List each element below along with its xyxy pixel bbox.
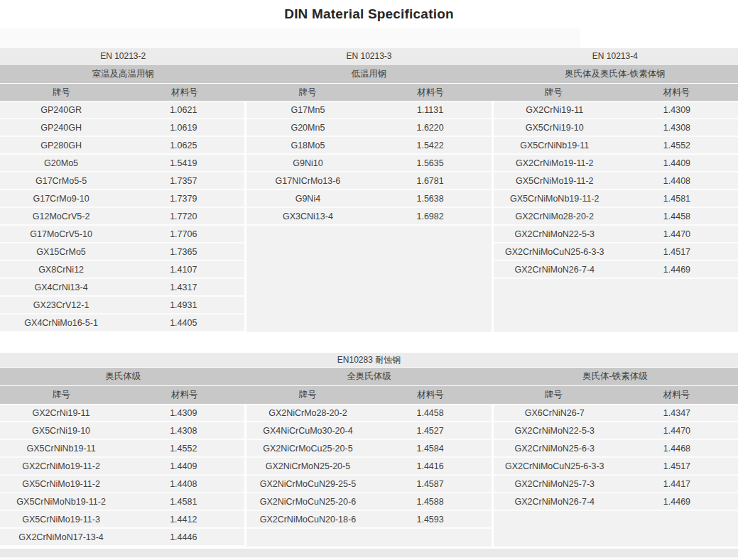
grade-cell: GX2CrNiMoN26-7-4	[494, 493, 616, 510]
grade-cell: G18Mo5	[246, 137, 369, 153]
grade-cell: GX6CrNiN26-7	[494, 405, 616, 421]
table-row: G12MoCrV5-21.7720	[0, 208, 244, 226]
grade-cell: GP280GH	[0, 137, 122, 153]
data-column-fully-austenitic: GX2NiCrMo28-20-21.4458GX4NiCrCuMo30-20-4…	[246, 405, 491, 547]
table-row: GX2CrNiMoN26-7-41.4469	[494, 261, 738, 279]
material-no-cell: 1.4408	[616, 172, 738, 189]
table-row: GP240GH1.0619	[0, 119, 244, 137]
standard-label-en10213-2: EN 10213-2	[0, 48, 246, 64]
tables-gap	[0, 332, 738, 353]
table-row: GX5CrNiNb19-111.4552	[494, 137, 738, 155]
material-no-column-header: 材料号	[369, 386, 492, 404]
grade-cell: G9Ni4	[246, 190, 369, 207]
material-no-column-header: 材料号	[369, 84, 492, 101]
table-row: GX2CrNiMoN25-6-31.4468	[494, 440, 738, 458]
grade-cell: GX5CrNi19-10	[494, 119, 616, 136]
table-row: G9Ni101.5635	[246, 155, 491, 172]
grade-cell: GX2CrNi19-11	[494, 101, 616, 118]
table-row: GX2NiCrMo28-20-21.4458	[246, 405, 491, 422]
grade-cell: GX2CrNiMoCuN25-6-3-3	[494, 243, 616, 260]
grade-cell: GX5CrNiNb19-11	[0, 440, 122, 456]
table-row: G20Mn51.6220	[246, 119, 491, 137]
material-no-column-header: 材料号	[615, 386, 738, 404]
category-label: 奥氏体级	[0, 368, 246, 385]
grade-column-header: 牌号	[0, 84, 123, 101]
material-no-cell: 1.5422	[369, 137, 492, 153]
grade-cell: GX4NiCrCuMo30-20-4	[246, 422, 369, 439]
table-row: GX2NiCrMoCu25-20-51.4584	[246, 440, 491, 458]
grade-column-header: 牌号	[246, 386, 369, 404]
material-no-cell: 1.0619	[122, 119, 244, 136]
grade-cell: GP240GH	[0, 119, 122, 136]
material-no-cell: 1.0621	[122, 101, 244, 118]
categories-band: 奥氏体级 全奥氏体级 奥氏体-铁素体级	[0, 368, 738, 385]
table-en10213: EN 10213-2 EN 10213-3 EN 10213-4 室温及高温用钢…	[0, 48, 738, 332]
table-row: G17CrMo9-101.7379	[0, 190, 244, 208]
grade-cell: G12MoCrV5-2	[0, 208, 122, 224]
grade-cell: GX2CrNiMoN22-5-3	[494, 422, 616, 439]
material-no-cell: 1.0625	[122, 137, 244, 153]
table-data-area: GX2CrNi19-111.4309GX5CrNi19-101.4308GX5C…	[0, 405, 738, 547]
material-no-cell: 1.4417	[616, 476, 738, 492]
table-row: GX5CrNiMo19-11-21.4408	[0, 476, 244, 493]
table-en10283: EN10283 耐蚀钢 奥氏体级 全奥氏体级 奥氏体-铁素体级 牌号 材料号 牌…	[0, 353, 738, 547]
material-no-cell: 1.4584	[369, 440, 492, 456]
table-row: G17NICrMo13-61.6781	[246, 172, 491, 190]
material-no-cell: 1.4552	[616, 137, 738, 153]
grade-cell: GX5CrNiMo19-11-2	[0, 476, 122, 492]
table-row: GX2CrNiMoN26-7-41.4469	[494, 493, 738, 511]
material-no-cell: 1.4309	[122, 405, 244, 421]
category-label: 全奥氏体级	[246, 368, 492, 385]
table-row: GX3CNi13-41.6982	[246, 208, 491, 226]
data-column-austenitic: GX2CrNi19-111.4309GX5CrNi19-101.4308GX5C…	[0, 405, 244, 547]
table-row: GX2CrNiMoN17-13-41.4446	[0, 529, 244, 547]
column-header-group: 牌号 材料号	[0, 386, 246, 404]
material-no-cell: 1.4458	[616, 208, 738, 224]
material-no-cell: 1.4317	[122, 279, 244, 295]
material-no-cell: 1.4527	[369, 422, 492, 439]
table-row: GX5CrNiNb19-111.4552	[0, 440, 244, 458]
material-no-cell: 1.4347	[616, 405, 738, 421]
material-no-column-header: 材料号	[123, 386, 246, 404]
grade-cell: GX5CrNi19-10	[0, 422, 122, 439]
material-no-cell: 1.4469	[616, 493, 738, 510]
material-no-cell: 1.4408	[122, 476, 244, 492]
table-row: G17MoCrV5-101.7706	[0, 226, 244, 243]
header-sub-strip	[0, 28, 738, 48]
grade-cell: GX2CrNiMoN25-7-3	[494, 476, 616, 492]
material-no-cell: 1.4446	[122, 529, 244, 545]
table-row: GX2CrNiMo19-11-21.4409	[494, 155, 738, 172]
grade-cell: GX15CrMo5	[0, 243, 122, 260]
column-header-group: 牌号 材料号	[246, 84, 492, 101]
grade-column-header: 牌号	[0, 386, 123, 404]
material-no-cell: 1.4587	[369, 476, 492, 492]
standard-label-en10213-4: EN 10213-4	[492, 48, 738, 64]
material-no-cell: 1.7720	[122, 208, 244, 224]
material-no-cell: 1.4588	[369, 493, 492, 510]
material-no-cell: 1.4308	[122, 422, 244, 439]
grade-cell: GX2CrNiMo19-11-2	[0, 458, 122, 474]
grade-column-header: 牌号	[492, 386, 615, 404]
en10283-title-band: EN10283 耐蚀钢	[0, 353, 738, 367]
material-no-cell: 1.4931	[122, 297, 244, 313]
grade-cell: G17Mn5	[246, 101, 369, 118]
grade-cell: GX5CrNiMoNb19-11-2	[494, 190, 616, 207]
material-no-cell: 1.7706	[122, 226, 244, 242]
grade-cell: GX2CrNiMoCuN25-6-3-3	[494, 458, 616, 474]
categories-band: 室温及高温用钢 低温用钢 奥氏体及奥氏体-铁素体钢	[0, 65, 738, 83]
category-label: 奥氏体及奥氏体-铁素体钢	[492, 65, 738, 83]
column-header-group: 牌号 材料号	[0, 84, 246, 101]
standards-band: EN 10213-2 EN 10213-3 EN 10213-4	[0, 48, 738, 64]
grade-cell: GX2NiCrMoCu25-20-5	[246, 440, 369, 456]
table-row: GX5CrNiMoNb19-11-21.4581	[0, 493, 244, 511]
material-no-cell: 1.6982	[369, 208, 492, 224]
table-row: G17CrMo5-51.7357	[0, 172, 244, 190]
material-no-cell: 1.5635	[369, 155, 492, 171]
material-no-cell: 1.7357	[122, 172, 244, 189]
grade-cell: GX2CrNiMoCuN20-18-6	[246, 511, 369, 527]
table-row: GX2CrNiMoN22-5-31.4470	[494, 226, 738, 243]
grade-cell: GX23CrV12-1	[0, 297, 122, 313]
material-no-cell: 1.4458	[369, 405, 492, 421]
grade-cell: GX2NiCrMoCuN29-25-5	[246, 476, 369, 492]
material-no-cell: 1.4409	[122, 458, 244, 474]
